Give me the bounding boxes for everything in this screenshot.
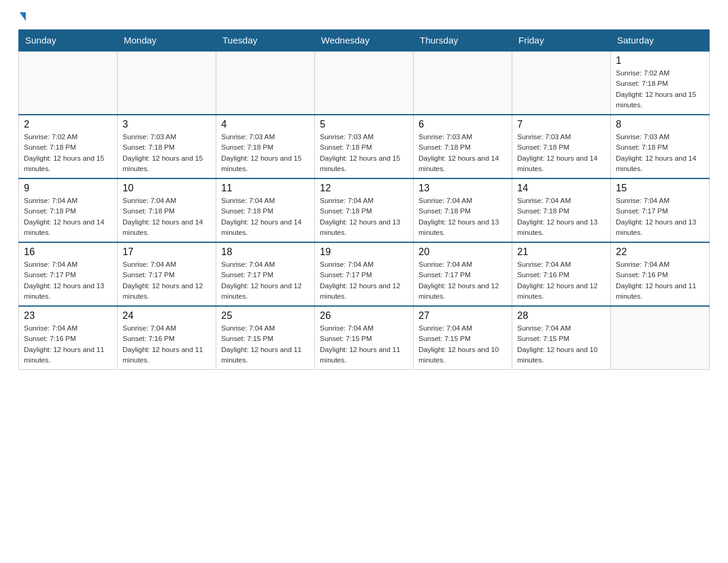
day-cell xyxy=(611,306,710,370)
day-cell: 8Sunrise: 7:03 AMSunset: 7:18 PMDaylight… xyxy=(611,115,710,178)
day-info: Sunrise: 7:04 AMSunset: 7:18 PMDaylight:… xyxy=(517,196,605,238)
day-number: 20 xyxy=(419,247,507,258)
day-cell: 10Sunrise: 7:04 AMSunset: 7:18 PMDayligh… xyxy=(118,178,216,242)
day-info: Sunrise: 7:03 AMSunset: 7:18 PMDaylight:… xyxy=(616,132,704,174)
calendar-header-row: SundayMondayTuesdayWednesdayThursdayFrid… xyxy=(19,30,710,52)
day-number: 7 xyxy=(517,119,605,130)
week-row-5: 23Sunrise: 7:04 AMSunset: 7:16 PMDayligh… xyxy=(19,306,710,370)
column-header-friday: Friday xyxy=(512,30,611,52)
day-number: 15 xyxy=(616,183,704,194)
week-row-3: 9Sunrise: 7:04 AMSunset: 7:18 PMDaylight… xyxy=(19,178,710,242)
day-info: Sunrise: 7:04 AMSunset: 7:17 PMDaylight:… xyxy=(419,259,507,302)
day-cell xyxy=(118,51,216,115)
day-cell: 28Sunrise: 7:04 AMSunset: 7:15 PMDayligh… xyxy=(512,306,611,370)
calendar-table: SundayMondayTuesdayWednesdayThursdayFrid… xyxy=(18,29,710,370)
day-number: 9 xyxy=(24,183,112,194)
day-cell: 23Sunrise: 7:04 AMSunset: 7:16 PMDayligh… xyxy=(19,306,118,370)
day-cell: 12Sunrise: 7:04 AMSunset: 7:18 PMDayligh… xyxy=(315,178,414,242)
day-number: 14 xyxy=(517,183,605,194)
day-info: Sunrise: 7:02 AMSunset: 7:18 PMDaylight:… xyxy=(24,132,112,174)
day-number: 25 xyxy=(221,310,309,321)
day-info: Sunrise: 7:03 AMSunset: 7:18 PMDaylight:… xyxy=(123,132,211,174)
day-cell: 27Sunrise: 7:04 AMSunset: 7:15 PMDayligh… xyxy=(414,306,512,370)
day-number: 1 xyxy=(616,55,704,66)
day-cell xyxy=(216,51,315,115)
day-info: Sunrise: 7:03 AMSunset: 7:18 PMDaylight:… xyxy=(221,132,309,174)
day-info: Sunrise: 7:03 AMSunset: 7:18 PMDaylight:… xyxy=(419,132,507,174)
day-cell: 9Sunrise: 7:04 AMSunset: 7:18 PMDaylight… xyxy=(19,178,118,242)
day-number: 21 xyxy=(517,247,605,258)
day-number: 17 xyxy=(123,247,211,258)
day-number: 8 xyxy=(616,119,704,130)
day-cell: 21Sunrise: 7:04 AMSunset: 7:16 PMDayligh… xyxy=(512,242,611,306)
column-header-thursday: Thursday xyxy=(414,30,512,52)
day-info: Sunrise: 7:04 AMSunset: 7:16 PMDaylight:… xyxy=(123,323,211,366)
day-number: 4 xyxy=(221,119,309,130)
day-number: 24 xyxy=(123,310,211,321)
day-cell: 18Sunrise: 7:04 AMSunset: 7:17 PMDayligh… xyxy=(216,242,315,306)
week-row-2: 2Sunrise: 7:02 AMSunset: 7:18 PMDaylight… xyxy=(19,115,710,178)
day-cell xyxy=(315,51,414,115)
day-number: 2 xyxy=(24,119,112,130)
column-header-sunday: Sunday xyxy=(19,30,118,52)
day-cell: 3Sunrise: 7:03 AMSunset: 7:18 PMDaylight… xyxy=(118,115,216,178)
day-info: Sunrise: 7:02 AMSunset: 7:18 PMDaylight:… xyxy=(616,68,704,110)
day-info: Sunrise: 7:04 AMSunset: 7:15 PMDaylight:… xyxy=(320,323,408,366)
day-cell: 6Sunrise: 7:03 AMSunset: 7:18 PMDaylight… xyxy=(414,115,512,178)
day-info: Sunrise: 7:03 AMSunset: 7:18 PMDaylight:… xyxy=(320,132,408,174)
day-info: Sunrise: 7:04 AMSunset: 7:17 PMDaylight:… xyxy=(221,259,309,302)
day-number: 22 xyxy=(616,247,704,258)
day-cell: 13Sunrise: 7:04 AMSunset: 7:18 PMDayligh… xyxy=(414,178,512,242)
logo xyxy=(18,12,26,20)
day-cell: 1Sunrise: 7:02 AMSunset: 7:18 PMDaylight… xyxy=(611,51,710,115)
day-info: Sunrise: 7:04 AMSunset: 7:16 PMDaylight:… xyxy=(517,259,605,302)
day-cell: 20Sunrise: 7:04 AMSunset: 7:17 PMDayligh… xyxy=(414,242,512,306)
week-row-4: 16Sunrise: 7:04 AMSunset: 7:17 PMDayligh… xyxy=(19,242,710,306)
day-info: Sunrise: 7:03 AMSunset: 7:18 PMDaylight:… xyxy=(517,132,605,174)
day-cell: 24Sunrise: 7:04 AMSunset: 7:16 PMDayligh… xyxy=(118,306,216,370)
day-info: Sunrise: 7:04 AMSunset: 7:17 PMDaylight:… xyxy=(616,196,704,238)
day-number: 3 xyxy=(123,119,211,130)
day-number: 19 xyxy=(320,247,408,258)
logo-triangle-icon xyxy=(20,12,26,21)
day-info: Sunrise: 7:04 AMSunset: 7:18 PMDaylight:… xyxy=(320,196,408,238)
day-cell: 5Sunrise: 7:03 AMSunset: 7:18 PMDaylight… xyxy=(315,115,414,178)
day-number: 16 xyxy=(24,247,112,258)
column-header-saturday: Saturday xyxy=(611,30,710,52)
day-cell: 26Sunrise: 7:04 AMSunset: 7:15 PMDayligh… xyxy=(315,306,414,370)
day-number: 28 xyxy=(517,310,605,321)
day-cell: 17Sunrise: 7:04 AMSunset: 7:17 PMDayligh… xyxy=(118,242,216,306)
day-cell: 15Sunrise: 7:04 AMSunset: 7:17 PMDayligh… xyxy=(611,178,710,242)
day-cell xyxy=(19,51,118,115)
day-info: Sunrise: 7:04 AMSunset: 7:15 PMDaylight:… xyxy=(419,323,507,366)
column-header-wednesday: Wednesday xyxy=(315,30,414,52)
day-info: Sunrise: 7:04 AMSunset: 7:15 PMDaylight:… xyxy=(221,323,309,366)
day-number: 5 xyxy=(320,119,408,130)
day-info: Sunrise: 7:04 AMSunset: 7:18 PMDaylight:… xyxy=(221,196,309,238)
day-number: 12 xyxy=(320,183,408,194)
day-cell: 19Sunrise: 7:04 AMSunset: 7:17 PMDayligh… xyxy=(315,242,414,306)
day-info: Sunrise: 7:04 AMSunset: 7:18 PMDaylight:… xyxy=(123,196,211,238)
day-info: Sunrise: 7:04 AMSunset: 7:17 PMDaylight:… xyxy=(320,259,408,302)
day-cell: 7Sunrise: 7:03 AMSunset: 7:18 PMDaylight… xyxy=(512,115,611,178)
day-number: 6 xyxy=(419,119,507,130)
day-info: Sunrise: 7:04 AMSunset: 7:16 PMDaylight:… xyxy=(616,259,704,302)
day-cell: 16Sunrise: 7:04 AMSunset: 7:17 PMDayligh… xyxy=(19,242,118,306)
day-number: 18 xyxy=(221,247,309,258)
day-number: 26 xyxy=(320,310,408,321)
day-number: 23 xyxy=(24,310,112,321)
day-number: 10 xyxy=(123,183,211,194)
page-header xyxy=(18,12,710,20)
day-cell xyxy=(414,51,512,115)
column-header-monday: Monday xyxy=(118,30,216,52)
day-info: Sunrise: 7:04 AMSunset: 7:15 PMDaylight:… xyxy=(517,323,605,366)
day-info: Sunrise: 7:04 AMSunset: 7:17 PMDaylight:… xyxy=(123,259,211,302)
day-info: Sunrise: 7:04 AMSunset: 7:17 PMDaylight:… xyxy=(24,259,112,302)
day-number: 13 xyxy=(419,183,507,194)
day-info: Sunrise: 7:04 AMSunset: 7:18 PMDaylight:… xyxy=(419,196,507,238)
day-info: Sunrise: 7:04 AMSunset: 7:18 PMDaylight:… xyxy=(24,196,112,238)
day-cell: 22Sunrise: 7:04 AMSunset: 7:16 PMDayligh… xyxy=(611,242,710,306)
week-row-1: 1Sunrise: 7:02 AMSunset: 7:18 PMDaylight… xyxy=(19,51,710,115)
day-cell: 14Sunrise: 7:04 AMSunset: 7:18 PMDayligh… xyxy=(512,178,611,242)
day-number: 27 xyxy=(419,310,507,321)
